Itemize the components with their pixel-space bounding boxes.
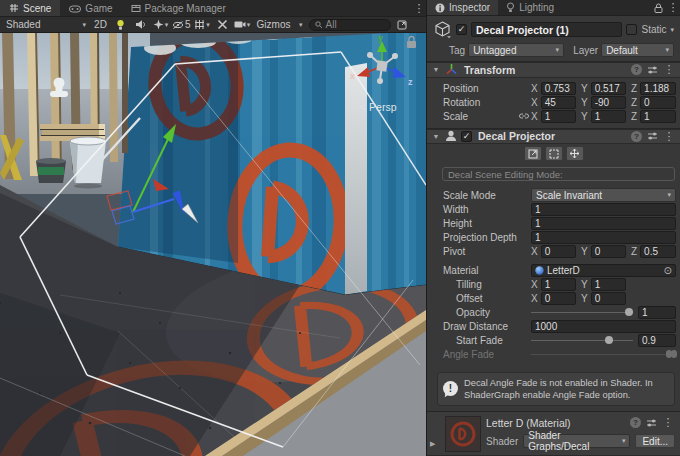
foldout-icon[interactable]: ▼ — [431, 66, 441, 73]
position-z-field[interactable]: 1.188 — [640, 82, 676, 95]
shader-label: Shader — [486, 436, 518, 447]
projection-depth-field[interactable]: 1 — [531, 231, 676, 244]
component-menu-icon[interactable]: ⋮ — [662, 63, 676, 76]
material-menu-icon[interactable]: ⋮ — [661, 416, 675, 429]
draw-distance-field[interactable]: 1000 — [531, 320, 676, 333]
static-dropdown-icon[interactable]: ▾ — [670, 26, 674, 34]
inspector-icon — [435, 3, 445, 13]
pivot-z-field[interactable]: 0.5 — [640, 245, 676, 258]
start-fade-field[interactable]: 0.9 — [638, 334, 676, 347]
scale-mode-dropdown[interactable]: Scale Invariant▾ — [531, 188, 676, 202]
component-tools-button[interactable] — [214, 18, 231, 32]
effects-toggle-button[interactable]: ▾ — [152, 18, 169, 32]
position-x-field[interactable]: 0.753 — [541, 82, 576, 95]
presets-icon[interactable] — [644, 131, 660, 141]
shader-dropdown[interactable]: Shader Graphs/Decal▾ — [523, 434, 630, 448]
lighting-toggle-button[interactable] — [112, 18, 129, 32]
presets-icon[interactable] — [644, 65, 660, 75]
tab-scene[interactable]: Scene — [0, 0, 60, 16]
opacity-slider[interactable] — [531, 306, 633, 319]
width-field[interactable]: 1 — [531, 203, 676, 216]
gameobject-cube-icon[interactable] — [433, 20, 452, 39]
layer-dropdown[interactable]: Default▾ — [601, 43, 674, 57]
persp-label[interactable]: < Persp — [360, 101, 397, 113]
scene-visibility-button[interactable]: 5 — [172, 18, 191, 32]
tag-label: Tag — [449, 45, 465, 56]
lock-icon[interactable] — [650, 0, 666, 15]
help-icon[interactable]: ? — [631, 64, 642, 75]
help-icon[interactable]: ? — [631, 131, 642, 142]
crop-edit-mode-button[interactable] — [545, 146, 563, 161]
scene-viewport[interactable]: y x z < Persp — [0, 33, 426, 456]
scene-tabbar-menu-icon[interactable]: ⋮ — [412, 0, 426, 16]
inspector-tabbar: Inspector Lighting ⋮ — [427, 0, 680, 16]
tabbar-spacer — [562, 0, 650, 15]
inspector-menu-icon[interactable]: ⋮ — [666, 0, 680, 15]
gizmos-dropdown[interactable]: Gizmos ▾ — [254, 18, 306, 32]
tab-game[interactable]: Game — [60, 0, 121, 16]
transform-rows: Position X0.753 Y0.517 Z1.188 Rotation X… — [427, 78, 680, 128]
eye-slash-icon — [172, 20, 184, 30]
material-sphere-icon — [535, 266, 544, 275]
camera-settings-button[interactable]: ▾ — [234, 18, 251, 32]
audio-toggle-button[interactable] — [132, 18, 149, 32]
scale-edit-mode-button[interactable] — [524, 146, 542, 161]
start-fade-slider[interactable] — [531, 334, 633, 347]
chevron-down-icon: ▾ — [247, 21, 251, 29]
material-object-field[interactable]: LetterD ⊙ — [531, 264, 676, 277]
maximize-icon[interactable] — [394, 18, 411, 32]
2d-toggle-button[interactable]: 2D — [92, 18, 109, 32]
opacity-field[interactable]: 1 — [638, 306, 676, 319]
height-field[interactable]: 1 — [531, 217, 676, 230]
tag-dropdown[interactable]: Untagged▾ — [468, 43, 564, 57]
rotation-row: Rotation X45 Y-90 Z0 — [427, 96, 676, 109]
active-checkbox[interactable]: ✓ — [456, 24, 467, 35]
rotation-z-field[interactable]: 0 — [640, 96, 676, 109]
draw-distance-row: Draw Distance 1000 — [427, 320, 676, 333]
shading-mode-dropdown[interactable]: Shaded ▾ — [3, 18, 89, 32]
projection-depth-row: Projection Depth 1 — [427, 231, 676, 244]
tilling-y-field[interactable]: 1 — [591, 278, 626, 291]
scale-x-field[interactable]: 1 — [541, 110, 576, 123]
static-checkbox[interactable] — [626, 24, 637, 35]
tab-package-manager[interactable]: Package Manager — [122, 0, 235, 16]
transform-header[interactable]: ▼ Transform ? ⋮ — [427, 62, 680, 78]
scale-z-field[interactable]: 1 — [640, 110, 676, 123]
opacity-row: Opacity 1 — [427, 306, 676, 319]
pivot-y-field[interactable]: 0 — [591, 245, 626, 258]
decal-projector-header[interactable]: ▼ ✓ Decal Projector ? ⋮ — [427, 129, 680, 145]
tilling-x-field[interactable]: 1 — [541, 278, 576, 291]
scale-y-field[interactable]: 1 — [591, 110, 626, 123]
transform-title: Transform — [464, 64, 627, 76]
material-foldout-icon[interactable]: ▶ — [430, 440, 440, 448]
foldout-icon[interactable]: ▼ — [431, 133, 441, 140]
warning-text: Decal Angle Fade is not enabled in Shade… — [464, 377, 669, 401]
rotation-y-field[interactable]: -90 — [591, 96, 626, 109]
shader-edit-button[interactable]: Edit... — [635, 434, 675, 448]
scale-mode-row: Scale Mode Scale Invariant▾ — [427, 189, 676, 202]
gameobject-name-field[interactable]: Decal Projector (1) — [471, 22, 622, 37]
material-preview-thumbnail[interactable] — [445, 416, 481, 452]
unity-editor: Scene Game Package Manager ⋮ Shaded ▾ 2D — [0, 0, 680, 456]
scale-link-icon[interactable] — [517, 112, 531, 120]
pivot-x-field[interactable]: 0 — [541, 245, 576, 258]
pivot-edit-mode-button[interactable] — [566, 146, 584, 161]
width-row: Width 1 — [427, 203, 676, 216]
offset-y-field[interactable]: 0 — [591, 292, 626, 305]
component-enabled-checkbox[interactable]: ✓ — [461, 131, 472, 142]
dark-bucket — [36, 158, 66, 183]
help-icon[interactable]: ? — [630, 417, 641, 428]
rotation-x-field[interactable]: 45 — [541, 96, 576, 109]
pivot-row: Pivot X0 Y0 Z0.5 — [427, 245, 676, 258]
component-menu-icon[interactable]: ⋮ — [662, 130, 676, 143]
presets-icon[interactable] — [643, 418, 659, 428]
scene-search-input[interactable]: All — [309, 19, 391, 31]
tab-inspector[interactable]: Inspector — [427, 0, 498, 15]
position-y-field[interactable]: 0.517 — [591, 82, 626, 95]
grid-icon — [194, 19, 205, 30]
offset-x-field[interactable]: 0 — [541, 292, 576, 305]
visibility-count: 5 — [185, 19, 191, 30]
tab-lighting[interactable]: Lighting — [498, 0, 562, 15]
grid-visibility-button[interactable]: ▾ — [194, 18, 211, 32]
object-picker-icon[interactable]: ⊙ — [664, 265, 672, 276]
